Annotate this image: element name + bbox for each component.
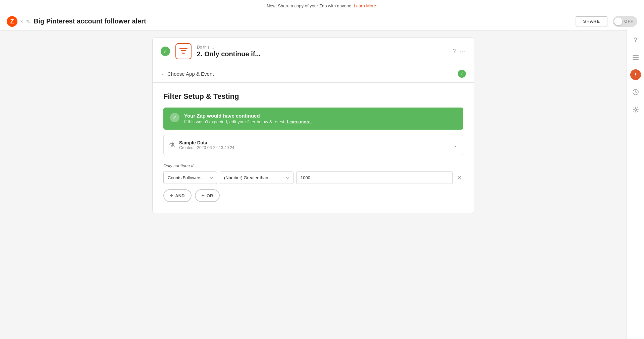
- alert-badge: !: [635, 72, 636, 77]
- sample-data-row[interactable]: ⚗ Sample Data Created - 2020-06-22 13:40…: [163, 135, 463, 155]
- svg-text:Z: Z: [10, 18, 14, 25]
- sample-data-sub: Created - 2020-06-22 13:40:24: [179, 145, 449, 150]
- success-subtitle: If this wasn't expected, edit your filte…: [184, 119, 312, 124]
- share-button[interactable]: SHARE: [576, 16, 607, 26]
- zap-toggle[interactable]: OFF: [613, 16, 637, 27]
- more-options-icon[interactable]: ⋯: [460, 48, 466, 55]
- edit-icon[interactable]: ✎: [26, 19, 30, 24]
- and-label: AND: [175, 193, 184, 198]
- success-banner: ✓ Your Zap would have continued If this …: [163, 108, 463, 130]
- svg-point-11: [635, 109, 637, 111]
- flask-icon: ⚗: [169, 141, 175, 149]
- filter-setup-title: Filter Setup & Testing: [163, 92, 463, 101]
- success-learn-more-link[interactable]: Learn more.: [287, 119, 312, 124]
- sample-chevron-icon: ⌄: [453, 142, 458, 148]
- right-sidebar: ? !: [627, 29, 644, 339]
- step-actions: ? ⋯: [453, 48, 466, 55]
- step-check-icon: ✓: [161, 47, 170, 56]
- filter-icon: [179, 47, 188, 56]
- toggle-label: OFF: [624, 19, 633, 24]
- sidebar-help-icon[interactable]: ?: [630, 35, 641, 45]
- success-check-icon: ✓: [170, 113, 179, 122]
- notif-punctuation: .: [376, 3, 377, 8]
- svg-rect-2: [179, 48, 187, 49]
- choose-app-event-section[interactable]: ⌄ Choose App & Event ✓: [153, 65, 474, 83]
- filter-setup-content: Filter Setup & Testing ✓ Your Zap would …: [153, 83, 474, 213]
- sample-data-title: Sample Data: [179, 140, 449, 145]
- back-arrow-icon[interactable]: ‹: [21, 18, 23, 25]
- zap-panel: ✓ Do this ... 2. Only continue if... ?: [152, 31, 474, 339]
- header-left: Z ‹ ✎ Big Pinterest account follower ale…: [7, 16, 576, 27]
- sidebar-settings-icon[interactable]: [630, 104, 641, 115]
- or-label: OR: [207, 193, 213, 198]
- app-header: Z ‹ ✎ Big Pinterest account follower ale…: [0, 12, 644, 31]
- filter-field-select[interactable]: Counts Followers: [163, 172, 217, 184]
- step-text: Do this ... 2. Only continue if...: [197, 45, 453, 58]
- svg-rect-7: [633, 59, 639, 60]
- learn-more-link[interactable]: Learn More: [354, 3, 376, 8]
- content-area: ✓ Do this ... 2. Only continue if... ?: [0, 31, 627, 339]
- notification-bar: New: Share a copy of your Zap with anyon…: [0, 0, 644, 12]
- sidebar-menu-icon[interactable]: [630, 52, 641, 63]
- sidebar-clock-icon[interactable]: [630, 87, 641, 97]
- and-button[interactable]: + AND: [163, 189, 192, 202]
- filter-value-input[interactable]: [296, 172, 453, 184]
- svg-rect-6: [633, 57, 639, 58]
- step-header: ✓ Do this ... 2. Only continue if... ?: [153, 38, 474, 65]
- svg-rect-5: [633, 55, 639, 56]
- zapier-logo[interactable]: Z: [7, 16, 17, 27]
- help-icon[interactable]: ?: [453, 48, 456, 54]
- svg-rect-4: [182, 53, 185, 54]
- section-chevron-icon: ⌄: [161, 71, 164, 76]
- svg-line-10: [636, 92, 637, 93]
- step-card: ✓ Do this ... 2. Only continue if... ?: [152, 38, 474, 213]
- toggle-circle: [614, 17, 622, 25]
- section-check-icon: ✓: [458, 70, 466, 78]
- step-do-this: Do this ...: [197, 45, 453, 50]
- step-icon-box: [175, 43, 192, 59]
- or-button[interactable]: + OR: [195, 189, 220, 202]
- filter-row: Counts Followers (Number) Greater than ✕: [163, 172, 463, 184]
- step-name: 2. Only continue if...: [197, 50, 453, 58]
- filter-label: Only continue if...: [163, 163, 463, 168]
- success-title: Your Zap would have continued: [184, 113, 312, 119]
- main-layout: ✓ Do this ... 2. Only continue if... ?: [0, 31, 644, 339]
- success-text: Your Zap would have continued If this wa…: [184, 113, 312, 124]
- sample-data-info: Sample Data Created - 2020-06-22 13:40:2…: [179, 140, 449, 150]
- and-plus-icon: +: [170, 193, 173, 199]
- zap-title: Big Pinterest account follower alert: [34, 17, 146, 25]
- header-right: SHARE OFF: [576, 16, 637, 27]
- notif-text: New: Share a copy of your Zap with anyon…: [267, 3, 353, 8]
- or-plus-icon: +: [202, 193, 205, 199]
- filter-condition-select[interactable]: (Number) Greater than: [220, 172, 293, 184]
- filter-remove-button[interactable]: ✕: [455, 173, 463, 183]
- sidebar-alert-icon[interactable]: !: [630, 69, 641, 80]
- svg-rect-3: [181, 50, 186, 51]
- section-title: Choose App & Event: [167, 71, 458, 77]
- filter-logic-row: + AND + OR: [163, 189, 463, 202]
